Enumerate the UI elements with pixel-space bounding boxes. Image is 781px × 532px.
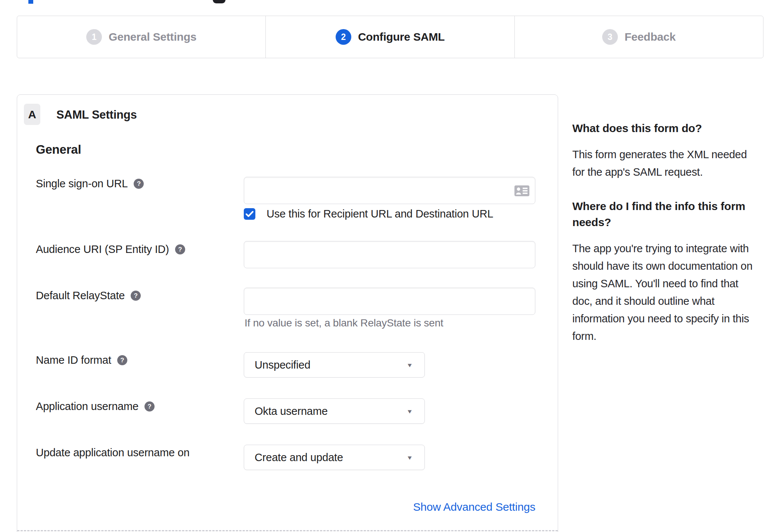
step-general-settings[interactable]: 1 General Settings bbox=[17, 16, 265, 58]
relay-state-help-icon[interactable]: ? bbox=[131, 291, 141, 301]
update-username-value: Create and update bbox=[255, 451, 407, 464]
section-title: SAML Settings bbox=[56, 108, 137, 122]
general-group-heading: General bbox=[36, 143, 81, 157]
update-username-label: Update application username on bbox=[36, 447, 190, 459]
recipient-url-checkbox-label: Use this for Recipient URL and Destinati… bbox=[267, 208, 493, 220]
sidebar-answer-2: The app you're trying to integrate with … bbox=[572, 240, 761, 345]
sso-url-label: Single sign-on URL bbox=[36, 178, 128, 190]
step-1-label: General Settings bbox=[109, 31, 196, 43]
section-dashed-divider bbox=[17, 530, 558, 531]
app-username-value: Okta username bbox=[255, 405, 407, 417]
sidebar-answer-1: This form generates the XML needed for t… bbox=[572, 146, 761, 181]
audience-uri-input[interactable] bbox=[244, 241, 535, 268]
name-id-format-label-row: Name ID format ? bbox=[36, 354, 127, 366]
recipient-url-checkbox-row: Use this for Recipient URL and Destinati… bbox=[244, 208, 493, 220]
relay-state-label: Default RelayState bbox=[36, 290, 125, 302]
app-username-label: Application username bbox=[36, 400, 139, 413]
help-sidebar: What does this form do? This form genera… bbox=[572, 120, 761, 345]
sidebar-question-1: What does this form do? bbox=[572, 120, 761, 136]
audience-uri-label-row: Audience URI (SP Entity ID) ? bbox=[36, 243, 185, 256]
saml-configuration-screen: 1 General Settings 2 Configure SAML 3 Fe… bbox=[0, 0, 781, 532]
step-1-number-badge: 1 bbox=[86, 29, 102, 45]
sso-url-label-row: Single sign-on URL ? bbox=[36, 178, 144, 190]
app-username-select[interactable]: Okta username ▼ bbox=[244, 398, 425, 424]
relay-state-input[interactable] bbox=[244, 288, 535, 315]
step-3-label: Feedback bbox=[625, 31, 676, 43]
name-id-format-label: Name ID format bbox=[36, 354, 111, 366]
dropdown-caret-icon: ▼ bbox=[407, 408, 413, 414]
step-feedback[interactable]: 3 Feedback bbox=[514, 16, 763, 58]
step-configure-saml[interactable]: 2 Configure SAML bbox=[265, 16, 514, 58]
update-username-select[interactable]: Create and update ▼ bbox=[244, 445, 425, 470]
name-id-format-value: Unspecified bbox=[255, 359, 407, 371]
sso-url-input-wrap bbox=[244, 177, 535, 204]
update-username-label-row: Update application username on bbox=[36, 447, 190, 459]
app-username-help-icon[interactable]: ? bbox=[144, 401, 155, 411]
sidebar-question-2: Where do I find the info this form needs… bbox=[572, 198, 761, 230]
name-id-format-help-icon[interactable]: ? bbox=[117, 355, 127, 365]
step-2-number-badge: 2 bbox=[336, 29, 351, 45]
cutoff-header-fragment bbox=[213, 0, 225, 3]
sso-url-help-icon[interactable]: ? bbox=[134, 179, 144, 189]
dropdown-caret-icon: ▼ bbox=[407, 362, 413, 368]
step-3-number-badge: 3 bbox=[602, 29, 618, 45]
relay-state-label-row: Default RelayState ? bbox=[36, 290, 141, 302]
saml-settings-panel: A SAML Settings General Single sign-on U… bbox=[17, 94, 558, 532]
section-a-badge: A bbox=[24, 104, 40, 125]
app-username-label-row: Application username ? bbox=[36, 400, 155, 413]
contact-card-icon bbox=[514, 185, 529, 196]
step-2-label: Configure SAML bbox=[358, 31, 445, 43]
dropdown-caret-icon: ▼ bbox=[407, 454, 413, 461]
audience-uri-help-icon[interactable]: ? bbox=[175, 244, 185, 254]
name-id-format-select[interactable]: Unspecified ▼ bbox=[244, 352, 425, 378]
sso-url-input[interactable] bbox=[244, 177, 535, 204]
relay-state-hint: If no value is set, a blank RelayState i… bbox=[245, 317, 443, 329]
wizard-stepper: 1 General Settings 2 Configure SAML 3 Fe… bbox=[17, 16, 763, 58]
audience-uri-label: Audience URI (SP Entity ID) bbox=[36, 243, 169, 256]
cutoff-logo-fragment bbox=[28, 0, 33, 4]
checkmark-icon bbox=[246, 211, 253, 217]
show-advanced-settings-link[interactable]: Show Advanced Settings bbox=[413, 501, 536, 513]
recipient-url-checkbox[interactable] bbox=[244, 208, 255, 220]
